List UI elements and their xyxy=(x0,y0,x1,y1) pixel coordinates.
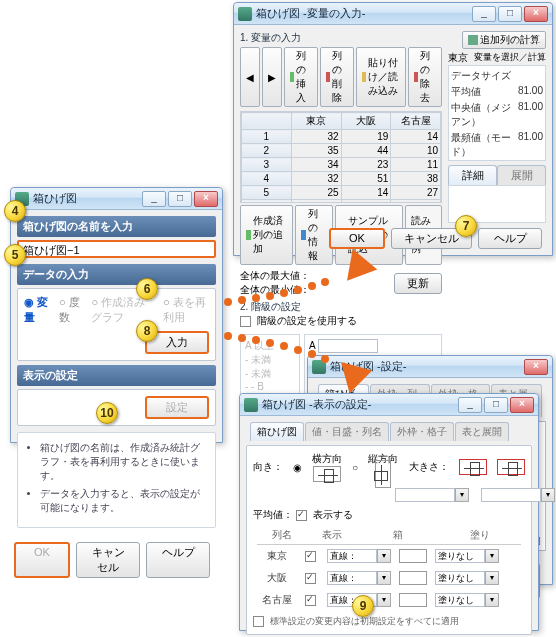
data-table[interactable]: 東京大阪名古屋 13219142354410334231143251385251… xyxy=(241,112,441,203)
series-show-checkbox[interactable] xyxy=(305,595,316,606)
series-row: 名古屋直線：▾塗りなし▾ xyxy=(253,589,525,611)
section-2-label: 2. 階級の設定 xyxy=(240,300,442,314)
series-fill-combo[interactable]: 塗りなし▾ xyxy=(435,549,499,563)
series-row: 大阪直線：▾塗りなし▾ xyxy=(253,567,525,589)
stats-series-name: 東京 xyxy=(448,51,468,65)
prev-col-button[interactable]: ◀ xyxy=(240,47,260,107)
orient-label: 向き： xyxy=(253,460,283,474)
table-row[interactable]: 1321914 xyxy=(242,130,441,144)
tab-boxplot[interactable]: 箱ひげ図 xyxy=(250,422,304,441)
ok-button[interactable]: OK xyxy=(329,228,385,249)
series-name: 大阪 xyxy=(257,571,297,585)
minimize-button[interactable]: _ xyxy=(472,6,496,22)
ok-button[interactable]: OK xyxy=(14,542,70,578)
stats-tab-detail[interactable]: 詳細 xyxy=(448,165,497,185)
orient-h-radio[interactable]: ◉ xyxy=(293,462,302,473)
table-row[interactable]: 5251427 xyxy=(242,186,441,200)
step-10-badge: 10 xyxy=(96,402,118,424)
section-1-label: 1. 変量の入力 xyxy=(240,31,442,45)
window-title: 箱ひげ図 xyxy=(33,191,142,206)
stats-panel: データサイズ平均値81.00中央値（メジアン）81.00最頻値（モード）81.0… xyxy=(448,65,546,161)
orient-h-icon xyxy=(313,466,341,482)
tab-table[interactable]: 表と展開 xyxy=(455,422,509,441)
section-display-header: 表示の設定 xyxy=(17,365,216,386)
variable-toolbar: ◀ ▶ 列の挿入 列の削除 貼り付け／読み込み 列の除去 xyxy=(240,47,442,107)
series-color[interactable] xyxy=(399,593,427,607)
help-button[interactable]: ヘルプ xyxy=(146,542,210,578)
update-button[interactable]: 更新 xyxy=(394,273,442,294)
step-4-badge: 4 xyxy=(4,200,26,222)
help-button[interactable]: ヘルプ xyxy=(478,228,542,249)
window-title: 箱ひげ図 -表示の設定- xyxy=(262,397,458,412)
close-button[interactable]: × xyxy=(524,359,548,375)
step-6-badge: 6 xyxy=(136,278,158,300)
size-combo-1[interactable]: ▾ xyxy=(395,488,469,502)
orient-v-radio[interactable]: ○ xyxy=(352,462,358,473)
titlebar[interactable]: 箱ひげ図 -変量の入力- _ □ × xyxy=(234,3,552,25)
series-color[interactable] xyxy=(399,549,427,563)
remove-col-button[interactable]: 列の除去 xyxy=(408,47,442,107)
stats-tab-expand[interactable]: 展開 xyxy=(497,165,546,185)
cancel-button[interactable]: キャンセル xyxy=(76,542,140,578)
tab-frame[interactable]: 外枠・格子 xyxy=(390,422,454,441)
table-row[interactable]: 6444828 xyxy=(242,200,441,204)
series-show-checkbox[interactable] xyxy=(305,551,316,562)
paste-load-button[interactable]: 貼り付け／読み込み xyxy=(356,47,406,107)
series-name: 東京 xyxy=(257,549,297,563)
orient-v-icon xyxy=(375,460,391,488)
step-7-badge: 7 xyxy=(455,215,477,237)
calc-col-button[interactable]: 追加列の計算 xyxy=(462,31,546,49)
step-5-badge: 5 xyxy=(4,244,26,266)
boxplot-dialog: 箱ひげ図 _ □ × 箱ひげ図の名前を入力 箱ひげ図−1 データの入力 ◉ 変量… xyxy=(10,187,223,443)
table-row[interactable]: 2354410 xyxy=(242,144,441,158)
use-class-label: 階級の設定を使用する xyxy=(257,315,357,326)
close-button[interactable]: × xyxy=(194,191,218,207)
avg-checkbox[interactable] xyxy=(296,510,307,521)
size-combo-2[interactable]: ▾ xyxy=(481,488,555,502)
use-class-checkbox[interactable] xyxy=(240,316,251,327)
minimize-button[interactable]: _ xyxy=(458,397,482,413)
table-row[interactable]: 4325138 xyxy=(242,172,441,186)
app-icon xyxy=(238,7,252,21)
insert-col-button[interactable]: 列の挿入 xyxy=(284,47,318,107)
series-row: 東京直線：▾塗りなし▾ xyxy=(253,545,525,567)
close-button[interactable]: × xyxy=(524,6,548,22)
apply-default-checkbox[interactable] xyxy=(253,616,264,627)
series-line-combo[interactable]: 直線：▾ xyxy=(327,571,391,585)
series-fill-combo[interactable]: 塗りなし▾ xyxy=(435,571,499,585)
settings-button[interactable]: 設定 xyxy=(145,396,209,419)
name-input[interactable]: 箱ひげ図−1 xyxy=(17,240,216,258)
maximize-button[interactable]: □ xyxy=(484,397,508,413)
series-fill-combo[interactable]: 塗りなし▾ xyxy=(435,593,499,607)
series-color[interactable] xyxy=(399,571,427,585)
close-button[interactable]: × xyxy=(510,397,534,413)
stats-row: 最頻値（モード）81.00 xyxy=(451,130,543,160)
size-icon-1[interactable] xyxy=(459,459,487,475)
class-a-input[interactable] xyxy=(318,339,378,353)
section-name-header: 箱ひげ図の名前を入力 xyxy=(17,216,216,237)
allmax-label: 全体の最大値： xyxy=(240,270,310,281)
titlebar[interactable]: 箱ひげ図 _ □ × xyxy=(11,188,222,210)
next-col-button[interactable]: ▶ xyxy=(262,47,282,107)
tab-values[interactable]: 値・目盛・列名 xyxy=(305,422,389,441)
series-show-checkbox[interactable] xyxy=(305,573,316,584)
table-header: 名古屋 xyxy=(391,113,441,130)
delete-col-button[interactable]: 列の削除 xyxy=(320,47,354,107)
series-name: 名古屋 xyxy=(257,593,297,607)
display-settings-dialog: 箱ひげ図 -表示の設定- _ □ × 箱ひげ図 値・目盛・列名 外枠・格子 表と… xyxy=(239,393,539,631)
stats-row: 中央値（メジアン）81.00 xyxy=(451,100,543,130)
size-icon-2[interactable] xyxy=(497,459,525,475)
maximize-button[interactable]: □ xyxy=(168,191,192,207)
app-icon xyxy=(244,398,258,412)
titlebar[interactable]: 箱ひげ図 -表示の設定- _ □ × xyxy=(240,394,538,416)
maximize-button[interactable]: □ xyxy=(498,6,522,22)
series-line-combo[interactable]: 直線：▾ xyxy=(327,549,391,563)
table-header: 大阪 xyxy=(341,113,391,130)
step-8-badge: 8 xyxy=(136,320,158,342)
data-mode-radios[interactable]: ◉ 変量 ○ 度数 ○ 作成済みグラフ ○ 表を再利用 xyxy=(24,295,209,325)
table-row[interactable]: 3342311 xyxy=(242,158,441,172)
size-label: 大きさ： xyxy=(409,460,449,474)
step-9-badge: 9 xyxy=(352,595,374,617)
minimize-button[interactable]: _ xyxy=(142,191,166,207)
avg-label: 平均値： xyxy=(253,509,293,520)
